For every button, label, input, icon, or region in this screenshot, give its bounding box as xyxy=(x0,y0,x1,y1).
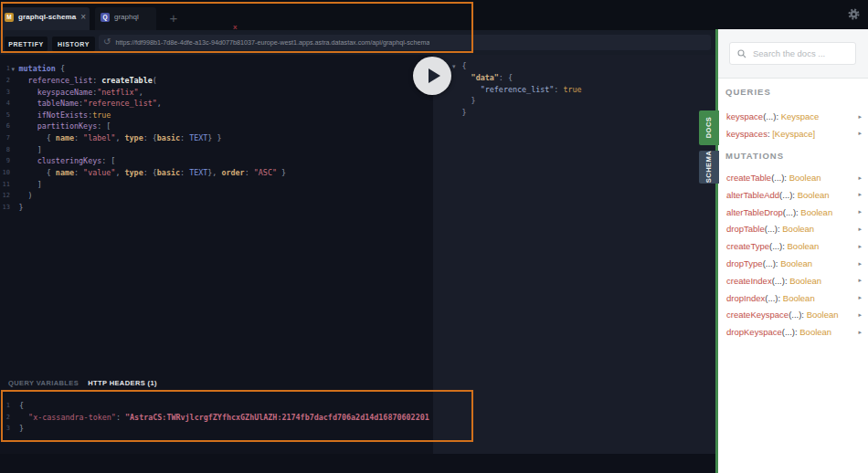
line-number: 3 xyxy=(0,87,10,99)
code-line: mutation { xyxy=(19,63,287,75)
fold-arrow-icon[interactable]: ▾ xyxy=(12,66,16,72)
docs-field-row[interactable]: alterTableAdd(...): Boolean▸ xyxy=(726,189,864,199)
bottom-strip xyxy=(0,454,718,473)
code-line: ifNotExists:true xyxy=(19,110,287,121)
code-token-str: "ASC" xyxy=(254,168,277,177)
field-type: [Keyspace] xyxy=(770,128,816,138)
docs-tab-label: DOCS xyxy=(704,117,713,139)
http-headers-editor[interactable]: 123 { "x-cassandra-token": "AstraCS:TWRv… xyxy=(0,393,433,454)
docs-field-row[interactable]: dropTable(...): Boolean▸ xyxy=(726,224,864,234)
code-token-hval: "AstraCS:TWRvjlcrgfZYfhcxGZhUlAZH:2174fb… xyxy=(125,413,429,422)
expand-arrow-icon: ▸ xyxy=(858,329,862,335)
field-args: (...): xyxy=(769,241,785,251)
code-line: "reference_list": true xyxy=(462,84,582,96)
field-name: dropType xyxy=(726,258,763,268)
execute-play-button[interactable] xyxy=(413,57,451,95)
history-button[interactable]: HISTORY xyxy=(52,37,95,51)
line-number: 3 xyxy=(0,423,10,435)
field-type: Boolean xyxy=(795,189,830,199)
tab-query-variables[interactable]: QUERY VARIABLES xyxy=(8,379,79,387)
docs-sidebar: Search the docs ... QUERIESkeyspace(...)… xyxy=(715,29,868,473)
field-type: Boolean xyxy=(780,224,815,234)
field-type: Boolean xyxy=(780,292,815,302)
schema-vertical-tab[interactable]: SCHEMA xyxy=(699,151,719,184)
field-args: (...): xyxy=(765,224,780,234)
docs-field-row[interactable]: createType(...): Boolean▸ xyxy=(726,241,864,251)
docs-field-row[interactable]: dropType(...): Boolean▸ xyxy=(726,258,864,268)
docs-field-row[interactable]: keyspace(...): Keyspace▸ xyxy=(726,111,864,121)
tab-graphql-schema[interactable]: M graphql-schema × xyxy=(1,7,90,30)
field-name: dropKeyspace xyxy=(726,327,782,337)
field-name: keyspace xyxy=(726,111,763,121)
code-token-p: : xyxy=(74,168,83,177)
expand-arrow-icon: ▸ xyxy=(858,130,862,136)
code-token-p: }, xyxy=(207,168,221,177)
settings-gear-icon[interactable] xyxy=(846,6,861,21)
code-token-p: ( xyxy=(153,76,157,85)
line-number: 1 xyxy=(0,63,10,75)
code-token-okey: basic xyxy=(157,133,180,142)
code-line: } xyxy=(462,95,582,107)
docs-field-row[interactable]: createKeyspace(...): Boolean▸ xyxy=(726,310,864,320)
code-token-p: : xyxy=(74,133,83,142)
field-name: createType xyxy=(726,241,769,251)
code-token-p: { xyxy=(19,168,56,177)
code-line: ] xyxy=(19,144,287,156)
play-icon xyxy=(429,68,440,83)
docs-section-title: MUTATIONS xyxy=(725,151,784,161)
endpoint-url-input[interactable]: ↺ https://fdf998b1-7d8e-4dfe-a13c-94d077… xyxy=(99,35,711,51)
code-token-field: createTable xyxy=(101,76,152,85)
code-line: "data": { xyxy=(462,72,582,84)
code-token-enum: TEXT xyxy=(189,133,207,142)
expand-arrow-icon: ▸ xyxy=(858,174,862,181)
field-type: Boolean xyxy=(785,241,820,251)
docs-field-row[interactable]: createIndex(...): Boolean▸ xyxy=(726,275,864,285)
field-name: createIndex xyxy=(726,275,772,285)
code-line: partitionKeys: [ xyxy=(19,121,287,132)
code-token-okey: basic xyxy=(157,168,180,177)
search-icon xyxy=(737,49,746,58)
headers-json: { "x-cassandra-token": "AstraCS:TWRvjlcr… xyxy=(19,400,429,435)
code-token-bool: true xyxy=(92,110,111,120)
code-token-p xyxy=(19,88,37,97)
code-token-rkey: "data" xyxy=(471,73,499,82)
code-token-attr: ifNotExists xyxy=(37,110,88,120)
tab-http-headers[interactable]: HTTP HEADERS (1) xyxy=(88,379,157,387)
close-tab-icon[interactable]: × xyxy=(80,13,86,22)
collapse-arrow-icon[interactable]: ▾ xyxy=(452,63,456,69)
query-editor[interactable]: 12345678910111213 ▾ mutation { reference… xyxy=(0,55,433,373)
prettify-button[interactable]: PRETTIFY xyxy=(5,37,48,51)
field-name: createTable xyxy=(726,173,771,183)
code-line: clusteringKeys: [ xyxy=(19,155,287,167)
docs-search-input[interactable]: Search the docs ... xyxy=(729,42,856,65)
code-line: reference_list: createTable( xyxy=(19,75,287,87)
code-token-attr: partitionKeys xyxy=(37,121,98,131)
docs-field-row[interactable]: dropKeyspace(...): Boolean▸ xyxy=(726,327,864,337)
endpoint-url: https://fdf998b1-7d8e-4dfe-a13c-94d077b8… xyxy=(115,38,429,47)
docs-field-row[interactable]: keyspaces: [Keyspace]▸ xyxy=(726,128,864,138)
field-args: (...): xyxy=(765,292,780,302)
docs-field-row[interactable]: dropIndex(...): Boolean▸ xyxy=(726,292,864,302)
expand-arrow-icon: ▸ xyxy=(858,311,862,318)
expand-arrow-icon: ▸ xyxy=(858,191,862,197)
code-token-p: { xyxy=(462,61,467,70)
code-token-attr: keyspaceName xyxy=(37,88,93,97)
reload-history-icon: ↺ xyxy=(103,37,111,47)
code-line: } xyxy=(462,107,582,119)
code-line: keyspaceName:"netflix", xyxy=(19,87,287,99)
code-token-p: , xyxy=(139,88,143,97)
line-number: 4 xyxy=(0,98,10,110)
tab-graphql[interactable]: Q graphql xyxy=(95,7,156,30)
docs-field-row[interactable]: createTable(...): Boolean▸ xyxy=(726,173,864,183)
docs-field-row[interactable]: alterTableDrop(...): Boolean▸ xyxy=(726,206,864,216)
code-token-p: : xyxy=(554,85,563,94)
field-args: (...): xyxy=(783,206,799,216)
code-token-p: : xyxy=(116,413,125,422)
tab-label: graphql-schema xyxy=(18,13,76,21)
docs-section-title: QUERIES xyxy=(725,87,771,97)
docs-vertical-tab[interactable]: DOCS xyxy=(699,110,719,145)
code-token-p: ) xyxy=(19,191,33,200)
code-token-p xyxy=(19,121,37,131)
line-number: 9 xyxy=(0,155,10,167)
add-tab-button[interactable]: + xyxy=(163,7,185,30)
